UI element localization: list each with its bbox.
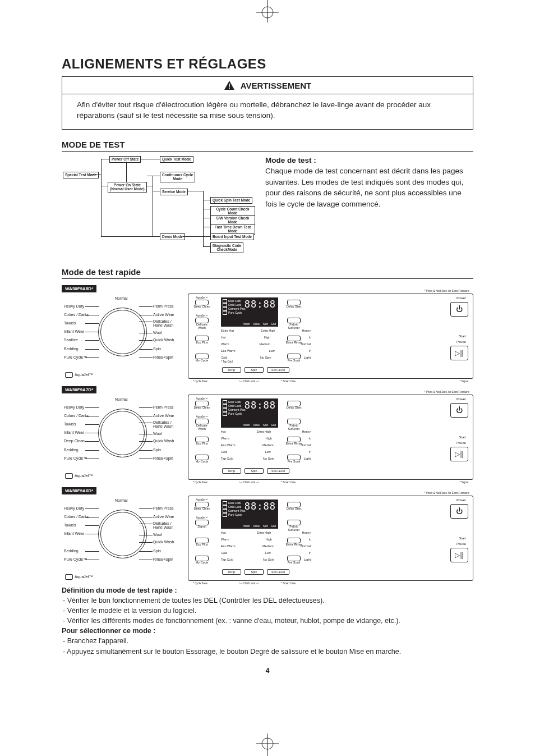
dial-label-heavy: Heavy Duty xyxy=(64,304,84,308)
oval-label-r0: Delay Start xyxy=(284,406,304,409)
temp-button: Temp. xyxy=(222,367,241,373)
dial-label-deep: Deep Clean xyxy=(64,439,85,443)
dial-label-perm: Perm Press xyxy=(153,506,174,510)
dial-label-infant: Infant Wear xyxy=(64,430,84,434)
soil-button: Soil Level xyxy=(267,569,289,575)
dial-label-spin: Spin xyxy=(153,347,161,351)
dial-label-quick: Quick Wash xyxy=(153,439,174,443)
pause-label: Pause xyxy=(456,542,466,546)
press-hold-note: * Press & Hold 3sec. for Extra Functions xyxy=(425,492,469,494)
def-line-5: - Appuyez simultanément sur le bouton Es… xyxy=(62,647,473,657)
def-line-3: - Vérifier les différents modes de fonct… xyxy=(62,616,473,626)
aquajet-badge: AquaJet™ xyxy=(65,372,93,378)
dial-label-heavy: Heavy Duty xyxy=(64,405,84,409)
oval-label-2: Eco Plus xyxy=(192,442,212,445)
oval-label-1: DelicateWash xyxy=(192,323,212,329)
flow-diagram: Power Off State Quick Test Mode Special … xyxy=(62,155,255,262)
model-tag-1: WA50F9A7D* xyxy=(62,386,96,393)
control-panel: * Press & Hold 3sec. for Extra Functions… xyxy=(188,395,473,480)
start-label: Start xyxy=(459,335,466,338)
dial-label-quick: Quick Wash xyxy=(153,540,174,544)
dial-label-infant: Infant Wear xyxy=(64,329,84,333)
dial-label-sanitize: Sanitize xyxy=(64,338,78,342)
warning-body: Afin d'éviter tout risque d'électrocutio… xyxy=(62,94,473,129)
def-line-2: - Vérifier le modèle et la version du lo… xyxy=(62,606,473,616)
dial-label-heavy: Heavy Duty xyxy=(64,506,84,510)
dial-label-spin: Spin xyxy=(153,549,161,553)
panel-diagrams: WA50F9A8D* Heavy DutyColors / DarksTowel… xyxy=(62,282,473,581)
dial-label-rinse: Rinse+Spin xyxy=(153,557,173,561)
dial-label-spin: Spin xyxy=(153,448,161,452)
temp-button: Temp. xyxy=(222,569,241,575)
warning-icon: ! xyxy=(224,80,235,90)
crop-mark-top xyxy=(251,0,284,28)
dial-label-normal: Normal xyxy=(115,397,128,401)
def-heading-1: Définition du mode de test rapide : xyxy=(62,587,177,594)
mode-test-desc-title: Mode de test : xyxy=(265,156,316,164)
dial-label-normal: Normal xyxy=(115,296,128,300)
flow-diag-code: Diagnostic Code CheckMode xyxy=(210,242,243,253)
flow-cont-cycle: Continuous Cycle Mode xyxy=(160,172,195,182)
section-mode-test-heading: MODE DE TEST xyxy=(62,140,473,152)
svg-text:!: ! xyxy=(228,83,230,90)
flow-special: Special Test Mode xyxy=(63,172,99,178)
aquajet-badge: AquaJet™ xyxy=(65,473,93,479)
soil-button: Soil Level xyxy=(267,468,289,474)
dial-label-bedding: Bedding xyxy=(64,448,79,452)
dial-label-delicates: Delicates /Hand Wash xyxy=(153,420,173,428)
oval-label-2: Eco Plus xyxy=(192,543,212,546)
soil-button: Soil Level xyxy=(267,367,289,373)
flow-service: Service Mode xyxy=(160,189,188,195)
power-label: Power xyxy=(456,296,466,300)
dial-label-pure: Pure Cycle™ xyxy=(64,456,87,460)
dial-label-towels: Towels xyxy=(64,321,76,325)
flow-board-input: Board Input Test Mode xyxy=(210,233,254,240)
temp-button: Temp. xyxy=(222,468,241,474)
page-title: ALIGNEMENTS ET RÉGLAGES xyxy=(62,56,473,72)
oval-label-3: My Cycle xyxy=(192,460,212,463)
start-label: Start xyxy=(459,537,466,540)
oval-label-1: Signal xyxy=(192,525,212,528)
dial-label-perm: Perm Press xyxy=(153,304,174,308)
start-pause-button: ▷|| xyxy=(450,346,468,360)
panel-group-2: WA50F9A6D* Heavy DutyColors / DarksTowel… xyxy=(62,484,473,581)
dial-label-towels: Towels xyxy=(64,523,76,527)
warning-label: AVERTISSEMENT xyxy=(241,81,311,90)
panel-group-1: WA50F9A7D* Heavy DutyColors / DarksTowel… xyxy=(62,383,473,480)
power-button: ⏻ xyxy=(450,504,468,519)
dial-label-delicates: Delicates /Hand Wash xyxy=(153,521,173,529)
oval-label-3: My Cycle xyxy=(192,561,212,564)
dial-label-pure: Pure Cycle™ xyxy=(64,557,87,561)
oval-label-0: Deep Clean xyxy=(192,507,212,510)
dial-label-bedding: Bedding xyxy=(64,549,79,553)
def-line-4: - Branchez l'appareil. xyxy=(62,636,473,646)
dial-label-wool: Wool xyxy=(153,533,162,537)
control-panel: * Press & Hold 3sec. for Extra Functions… xyxy=(188,294,473,379)
dial-label-infant: Infant Wear xyxy=(64,532,84,535)
flow-demo: Demo Mode xyxy=(160,233,185,240)
dial-label-wool: Wool xyxy=(153,331,162,335)
power-label: Power xyxy=(456,397,466,401)
spin-button: Spin xyxy=(245,468,264,474)
pause-label: Pause xyxy=(456,340,466,343)
start-label: Start xyxy=(459,436,466,439)
pause-label: Pause xyxy=(456,441,466,445)
oval-label-0: Deep Clean xyxy=(192,305,212,308)
mode-test-description: Mode de test : Chaque mode de test conce… xyxy=(265,155,473,262)
oval-label-2: Eco Plus xyxy=(192,341,212,344)
display: Door Lock Child Lock Garment Plus Pure C… xyxy=(221,297,278,327)
oval-label-r0: Delay Start xyxy=(284,305,304,308)
panel-group-0: WA50F9A8D* Heavy DutyColors / DarksTowel… xyxy=(62,282,473,379)
cycle-dial-1: Heavy DutyColors / DarksTowelsInfant Wea… xyxy=(62,395,182,479)
flow-power-on: Power On State (Normal User Mode) xyxy=(108,182,147,193)
dial-label-delicates: Delicates /Hand Wash xyxy=(153,319,173,327)
warning-box: ! AVERTISSEMENT Afin d'éviter tout risqu… xyxy=(62,76,473,130)
power-button: ⏻ xyxy=(450,403,468,418)
dial-label-pure: Pure Cycle™ xyxy=(64,355,87,359)
def-heading-2: Pour sélectionner ce mode : xyxy=(62,627,155,635)
dial-label-perm: Perm Press xyxy=(153,405,174,409)
cycle-dial-2: Heavy DutyColors / DarksTowelsInfant Wea… xyxy=(62,496,182,580)
crop-mark-bottom xyxy=(251,728,284,756)
control-panel: * Press & Hold 3sec. for Extra Functions… xyxy=(188,496,473,581)
dial-label-active: Active Wear xyxy=(153,414,174,418)
